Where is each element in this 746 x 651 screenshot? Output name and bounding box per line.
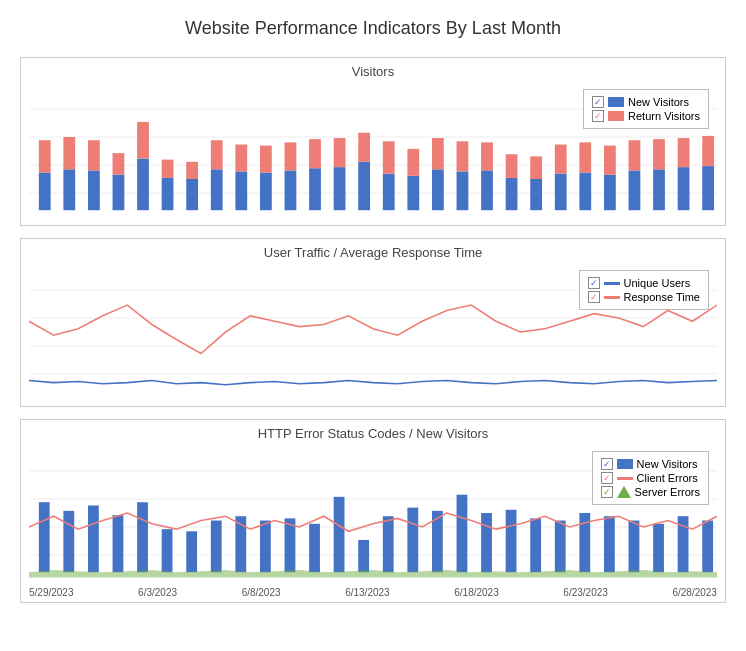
svg-rect-17 bbox=[186, 162, 198, 179]
svg-rect-95 bbox=[702, 521, 713, 573]
legend-line-unique bbox=[604, 282, 620, 285]
svg-rect-50 bbox=[604, 175, 616, 211]
x-label-2: 6/8/2023 bbox=[242, 587, 281, 598]
legend-label-ce: Client Errors bbox=[637, 472, 698, 484]
x-label-1: 6/3/2023 bbox=[138, 587, 177, 598]
legend-label-return: Return Visitors bbox=[628, 110, 700, 122]
svg-rect-80 bbox=[334, 497, 345, 572]
svg-rect-81 bbox=[358, 540, 369, 572]
traffic-chart-title: User Traffic / Average Response Time bbox=[21, 239, 725, 262]
svg-rect-35 bbox=[407, 149, 419, 176]
svg-rect-46 bbox=[555, 174, 567, 211]
svg-rect-51 bbox=[604, 146, 616, 175]
svg-rect-40 bbox=[481, 170, 493, 210]
legend-checkbox-new: ✓ bbox=[592, 96, 604, 108]
legend-server-errors: ✓ Server Errors bbox=[601, 486, 700, 498]
legend-client-errors: ✓ Client Errors bbox=[601, 472, 700, 484]
svg-rect-29 bbox=[334, 138, 346, 167]
visitors-chart-area: ✓ New Visitors ✓ Return Visitors bbox=[29, 81, 717, 221]
svg-rect-14 bbox=[162, 178, 174, 210]
traffic-legend: ✓ Unique Users ✓ Response Time bbox=[579, 270, 709, 310]
legend-response-time: ✓ Response Time bbox=[588, 291, 700, 303]
svg-rect-78 bbox=[285, 518, 296, 572]
svg-rect-20 bbox=[235, 171, 247, 210]
legend-checkbox-return: ✓ bbox=[592, 110, 604, 122]
svg-rect-41 bbox=[481, 142, 493, 170]
legend-triangle-se bbox=[617, 486, 631, 498]
x-label-6: 6/28/2023 bbox=[672, 587, 717, 598]
svg-rect-42 bbox=[506, 178, 518, 210]
svg-rect-79 bbox=[309, 524, 320, 572]
svg-rect-39 bbox=[457, 141, 469, 171]
visitors-chart: Visitors bbox=[20, 57, 726, 226]
legend-new-visitors-e: ✓ New Visitors bbox=[601, 458, 700, 470]
svg-rect-12 bbox=[137, 159, 149, 211]
svg-rect-92 bbox=[629, 521, 640, 573]
legend-label-se: Server Errors bbox=[635, 486, 700, 498]
svg-rect-74 bbox=[186, 531, 197, 572]
traffic-chart-area: ✓ Unique Users ✓ Response Time bbox=[29, 262, 717, 402]
legend-label-new: New Visitors bbox=[628, 96, 689, 108]
svg-rect-55 bbox=[653, 139, 665, 169]
svg-rect-52 bbox=[629, 170, 641, 210]
svg-rect-82 bbox=[383, 516, 394, 572]
svg-rect-10 bbox=[113, 175, 125, 211]
svg-rect-16 bbox=[186, 179, 198, 210]
errors-chart-area: ✓ New Visitors ✓ Client Errors ✓ Server … bbox=[29, 443, 717, 583]
svg-rect-47 bbox=[555, 145, 567, 174]
errors-chart-title: HTTP Error Status Codes / New Visitors bbox=[21, 420, 725, 443]
svg-rect-91 bbox=[604, 516, 615, 572]
svg-rect-33 bbox=[383, 141, 395, 173]
svg-rect-77 bbox=[260, 521, 271, 573]
svg-rect-70 bbox=[88, 505, 99, 572]
svg-rect-7 bbox=[63, 137, 75, 169]
svg-rect-56 bbox=[678, 167, 690, 210]
legend-line-ce bbox=[617, 477, 633, 480]
svg-rect-37 bbox=[432, 138, 444, 169]
legend-line-response bbox=[604, 296, 620, 299]
svg-rect-30 bbox=[358, 162, 370, 210]
svg-rect-36 bbox=[432, 169, 444, 210]
svg-rect-83 bbox=[407, 508, 418, 573]
svg-rect-54 bbox=[653, 169, 665, 210]
svg-rect-38 bbox=[457, 171, 469, 210]
svg-rect-32 bbox=[383, 174, 395, 211]
legend-color-new bbox=[608, 97, 624, 107]
legend-label-nv-e: New Visitors bbox=[637, 458, 698, 470]
svg-rect-75 bbox=[211, 521, 222, 573]
svg-rect-24 bbox=[285, 170, 297, 210]
svg-rect-87 bbox=[506, 510, 517, 572]
svg-rect-85 bbox=[457, 495, 468, 573]
traffic-chart: User Traffic / Average Response Time ✓ U… bbox=[20, 238, 726, 407]
svg-rect-8 bbox=[88, 170, 100, 210]
svg-rect-5 bbox=[39, 140, 51, 172]
page-title: Website Performance Indicators By Last M… bbox=[0, 0, 746, 49]
errors-chart: HTTP Error Status Codes / New Visitors bbox=[20, 419, 726, 603]
svg-rect-21 bbox=[235, 145, 247, 172]
legend-new-visitors: ✓ New Visitors bbox=[592, 96, 700, 108]
svg-rect-57 bbox=[678, 138, 690, 167]
svg-rect-18 bbox=[211, 169, 223, 210]
svg-rect-6 bbox=[63, 169, 75, 210]
legend-checkbox-nv-e: ✓ bbox=[601, 458, 613, 470]
legend-label-response: Response Time bbox=[624, 291, 700, 303]
legend-return-visitors: ✓ Return Visitors bbox=[592, 110, 700, 122]
x-label-0: 5/29/2023 bbox=[29, 587, 74, 598]
legend-unique-users: ✓ Unique Users bbox=[588, 277, 700, 289]
x-label-5: 6/23/2023 bbox=[563, 587, 608, 598]
svg-rect-4 bbox=[39, 173, 51, 211]
svg-rect-28 bbox=[334, 167, 346, 210]
svg-rect-69 bbox=[63, 511, 74, 572]
svg-rect-73 bbox=[162, 529, 173, 572]
svg-rect-88 bbox=[530, 518, 541, 572]
svg-rect-53 bbox=[629, 140, 641, 170]
legend-checkbox-ce: ✓ bbox=[601, 472, 613, 484]
legend-checkbox-unique: ✓ bbox=[588, 277, 600, 289]
svg-rect-93 bbox=[653, 524, 664, 572]
legend-color-nv-e bbox=[617, 459, 633, 469]
x-label-4: 6/18/2023 bbox=[454, 587, 499, 598]
svg-rect-15 bbox=[162, 160, 174, 178]
x-label-3: 6/13/2023 bbox=[345, 587, 390, 598]
errors-legend: ✓ New Visitors ✓ Client Errors ✓ Server … bbox=[592, 451, 709, 505]
x-axis-labels: 5/29/2023 6/3/2023 6/8/2023 6/13/2023 6/… bbox=[21, 587, 725, 602]
